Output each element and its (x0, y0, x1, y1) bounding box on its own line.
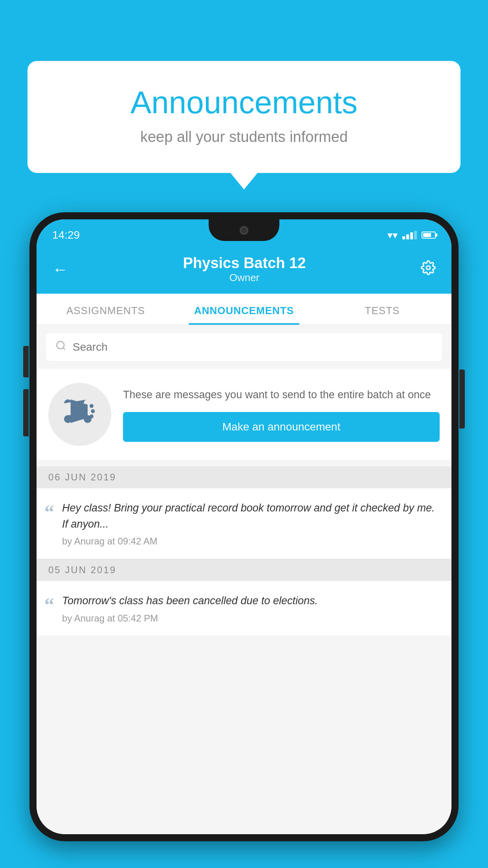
announcement-meta-1: by Anurag at 09:42 AM (62, 536, 440, 547)
tab-announcements[interactable]: ANNOUNCEMENTS (175, 294, 313, 325)
promo-description: These are messages you want to send to t… (123, 387, 440, 403)
svg-point-3 (90, 404, 94, 408)
date-divider-1: 06 JUN 2019 (37, 466, 451, 488)
bubble-title: Announcements (59, 85, 429, 121)
promo-right: These are messages you want to send to t… (123, 387, 440, 442)
signal-bar-3 (410, 232, 413, 239)
tab-assignments[interactable]: ASSIGNMENTS (37, 294, 175, 325)
phone-outer: 14:29 ▾▾ ← Phy (29, 212, 459, 841)
megaphone-icon (64, 395, 95, 433)
make-announcement-button[interactable]: Make an announcement (123, 412, 440, 442)
signal-bars (402, 231, 417, 239)
search-icon (55, 340, 66, 354)
announcement-item-2[interactable]: “ Tomorrow's class has been cancelled du… (37, 581, 451, 636)
phone-mockup: 14:29 ▾▾ ← Phy (29, 212, 459, 841)
announcement-text-1: Hey class! Bring your practical record b… (62, 500, 440, 532)
status-time: 14:29 (52, 229, 80, 241)
tab-tests[interactable]: TESTS (313, 294, 451, 325)
promo-card: These are messages you want to send to t… (37, 369, 451, 460)
header-title: Physics Batch 12 (183, 255, 306, 272)
phone-notch (209, 219, 279, 241)
battery-fill (423, 233, 431, 237)
content-area: These are messages you want to send to t… (37, 325, 451, 834)
phone-screen: 14:29 ▾▾ ← Phy (37, 219, 451, 834)
announcement-item-1[interactable]: “ Hey class! Bring your practical record… (37, 488, 451, 559)
signal-bar-4 (414, 231, 417, 239)
svg-point-1 (57, 342, 64, 349)
header-subtitle: Owner (183, 272, 306, 284)
promo-icon-circle (48, 383, 111, 446)
header-center: Physics Batch 12 Owner (183, 255, 306, 284)
settings-button[interactable] (421, 260, 436, 279)
announcement-meta-2: by Anurag at 05:42 PM (62, 613, 440, 624)
svg-point-4 (91, 409, 95, 413)
front-camera (240, 226, 248, 235)
status-icons: ▾▾ (387, 229, 436, 241)
announcement-content-2: Tomorrow's class has been cancelled due … (62, 593, 440, 624)
wifi-icon: ▾▾ (387, 229, 398, 241)
battery-icon (422, 232, 436, 239)
power-button (459, 370, 465, 428)
quote-icon-2: “ (44, 595, 54, 614)
tabs-bar: ASSIGNMENTS ANNOUNCEMENTS TESTS (37, 294, 451, 325)
announcement-content-1: Hey class! Bring your practical record b… (62, 500, 440, 547)
svg-point-5 (90, 414, 94, 418)
svg-point-0 (426, 266, 430, 270)
speech-bubble: Announcements keep all your students inf… (28, 61, 460, 173)
search-input[interactable] (73, 341, 433, 353)
bubble-subtitle: keep all your students informed (59, 129, 429, 145)
signal-bar-2 (406, 234, 409, 239)
back-button[interactable]: ← (52, 261, 68, 278)
announcement-text-2: Tomorrow's class has been cancelled due … (62, 593, 440, 609)
search-bar[interactable] (46, 333, 442, 361)
app-header: ← Physics Batch 12 Owner (37, 247, 451, 294)
volume-button (23, 389, 29, 436)
date-divider-2: 05 JUN 2019 (37, 559, 451, 581)
quote-icon-1: “ (44, 502, 54, 522)
speech-bubble-container: Announcements keep all your students inf… (28, 61, 460, 173)
signal-bar-1 (402, 236, 405, 239)
svg-line-2 (63, 348, 65, 349)
